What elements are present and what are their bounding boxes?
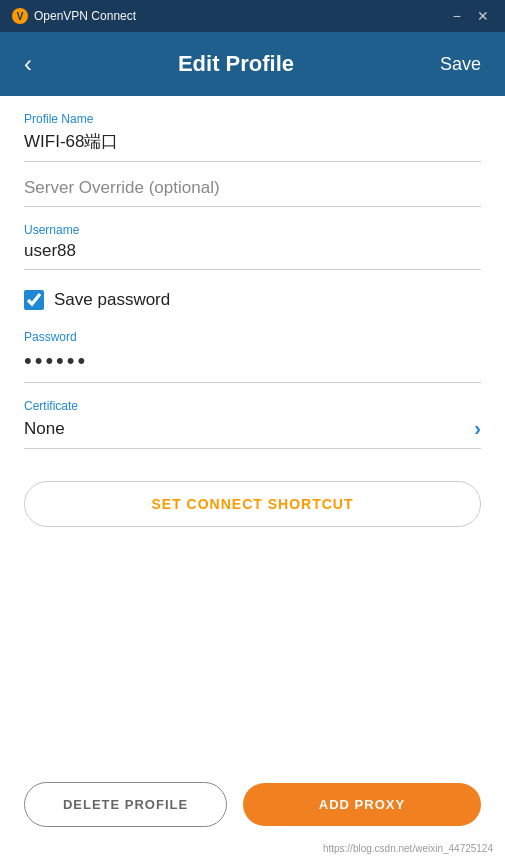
certificate-label: Certificate bbox=[24, 399, 481, 413]
password-label: Password bbox=[24, 330, 481, 344]
username-value[interactable]: user88 bbox=[24, 241, 481, 270]
certificate-field: Certificate None › bbox=[24, 383, 481, 449]
profile-name-field: Profile Name WIFI-68端口 bbox=[24, 96, 481, 162]
server-override-field: Server Override (optional) bbox=[24, 162, 481, 207]
title-bar-app-name: OpenVPN Connect bbox=[34, 9, 136, 23]
close-button[interactable]: ✕ bbox=[473, 9, 493, 23]
shortcut-section: SET CONNECT SHORTCUT bbox=[24, 481, 481, 527]
back-button[interactable]: ‹ bbox=[16, 48, 40, 80]
watermark: https://blog.csdn.net/weixin_44725124 bbox=[0, 843, 505, 860]
minimize-button[interactable]: − bbox=[449, 9, 465, 23]
save-password-checkbox[interactable] bbox=[24, 290, 44, 310]
password-value[interactable]: •••••• bbox=[24, 348, 481, 383]
save-password-row: Save password bbox=[24, 290, 481, 310]
header: ‹ Edit Profile Save bbox=[0, 32, 505, 96]
delete-profile-button[interactable]: DELETE PROFILE bbox=[24, 782, 227, 827]
title-bar: V OpenVPN Connect − ✕ bbox=[0, 0, 505, 32]
save-button[interactable]: Save bbox=[432, 50, 489, 79]
certificate-row[interactable]: None › bbox=[24, 417, 481, 449]
form-content: Profile Name WIFI-68端口 Server Override (… bbox=[0, 96, 505, 762]
profile-name-value[interactable]: WIFI-68端口 bbox=[24, 130, 481, 162]
app-icon: V bbox=[12, 8, 28, 24]
page-title: Edit Profile bbox=[40, 51, 432, 77]
chevron-right-icon: › bbox=[474, 417, 481, 440]
username-label: Username bbox=[24, 223, 481, 237]
title-bar-left: V OpenVPN Connect bbox=[12, 8, 136, 24]
certificate-value: None bbox=[24, 419, 65, 439]
server-override-value[interactable]: Server Override (optional) bbox=[24, 178, 481, 207]
window-controls: − ✕ bbox=[449, 9, 493, 23]
profile-name-label: Profile Name bbox=[24, 112, 481, 126]
add-proxy-button[interactable]: ADD PROXY bbox=[243, 783, 481, 826]
save-password-label: Save password bbox=[54, 290, 170, 310]
password-field: Password •••••• bbox=[24, 314, 481, 383]
bottom-section: DELETE PROFILE ADD PROXY bbox=[0, 762, 505, 843]
username-field: Username user88 bbox=[24, 207, 481, 270]
shortcut-button[interactable]: SET CONNECT SHORTCUT bbox=[24, 481, 481, 527]
